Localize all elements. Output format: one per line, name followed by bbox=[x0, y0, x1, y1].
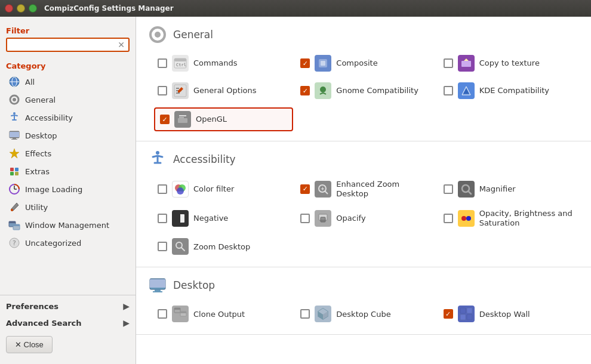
svg-text:+: + bbox=[321, 186, 325, 192]
svg-point-4 bbox=[13, 98, 16, 101]
plugin-opengl[interactable]: OpenGL bbox=[154, 107, 293, 131]
plugin-kde-compat[interactable]: KDE Compatibility bbox=[440, 80, 579, 101]
plugin-negative[interactable]: Negative bbox=[154, 206, 293, 230]
sidebar-bottom: Preferences ▶ Advanced Search ▶ ✕ Close bbox=[0, 295, 136, 358]
desktop-wall-icon bbox=[458, 306, 475, 322]
uncategorized-sidebar-icon: ? bbox=[8, 237, 20, 249]
negative-icon bbox=[172, 210, 189, 227]
copy-texture-label: Copy to texture bbox=[479, 58, 540, 68]
svg-rect-13 bbox=[10, 172, 14, 175]
preferences-link[interactable]: Preferences ▶ bbox=[0, 298, 136, 314]
svg-rect-87 bbox=[467, 314, 472, 320]
zoom-desktop-checkbox[interactable] bbox=[158, 242, 167, 251]
magnifier-checkbox[interactable] bbox=[444, 184, 453, 194]
main-content: General Ctrl Commands Composit bbox=[136, 17, 591, 364]
svg-rect-75 bbox=[153, 291, 162, 292]
maximize-button[interactable] bbox=[29, 4, 37, 13]
gnome-compat-checkbox[interactable] bbox=[300, 86, 310, 95]
plugin-clone-output[interactable]: Clone Output bbox=[154, 303, 293, 325]
svg-rect-20 bbox=[9, 221, 16, 223]
plugin-desktop-wall[interactable]: Desktop Wall bbox=[440, 303, 579, 325]
svg-rect-8 bbox=[13, 138, 16, 139]
accessibility-section-title: Accessibility bbox=[173, 153, 236, 165]
plugin-zoom-desktop[interactable]: Zoom Desktop bbox=[154, 236, 293, 257]
svg-rect-12 bbox=[15, 168, 19, 171]
opacity-brightness-checkbox[interactable] bbox=[444, 214, 453, 223]
plugin-opacity-brightness[interactable]: Opacity, Brightness and Saturation bbox=[440, 206, 579, 230]
utility-sidebar-icon bbox=[8, 201, 20, 213]
sidebar-item-utility[interactable]: Utility bbox=[0, 198, 136, 216]
negative-checkbox[interactable] bbox=[158, 214, 167, 223]
preferences-label: Preferences bbox=[6, 302, 59, 311]
category-label: Category bbox=[0, 58, 136, 73]
filter-input-wrap: ✕ bbox=[6, 38, 130, 52]
desktop-cube-icon bbox=[315, 306, 331, 322]
desktop-cube-checkbox[interactable] bbox=[300, 309, 310, 319]
kde-compat-label: KDE Compatibility bbox=[479, 86, 549, 95]
color-filter-label: Color filter bbox=[193, 184, 234, 194]
enhanced-zoom-checkbox[interactable] bbox=[300, 184, 310, 194]
general-section-header: General bbox=[148, 25, 579, 44]
plugin-copy-texture[interactable]: Copy to texture bbox=[440, 53, 579, 74]
sidebar-item-window-management[interactable]: Window Management bbox=[0, 216, 136, 234]
copy-texture-checkbox[interactable] bbox=[444, 58, 453, 68]
sidebar-item-uncategorized[interactable]: ? Uncategorized bbox=[0, 234, 136, 252]
composite-checkbox[interactable] bbox=[300, 58, 310, 68]
opacify-icon bbox=[315, 210, 331, 227]
desktop-section-header: Desktop bbox=[148, 276, 579, 295]
clone-output-icon bbox=[172, 306, 189, 322]
desktop-wall-checkbox[interactable] bbox=[444, 309, 453, 319]
filter-input[interactable] bbox=[10, 41, 116, 50]
sidebar-item-accessibility[interactable]: Accessibility bbox=[0, 109, 136, 127]
commands-checkbox[interactable] bbox=[158, 58, 167, 68]
svg-rect-9 bbox=[11, 139, 17, 140]
plugin-color-filter[interactable]: Color filter bbox=[154, 177, 293, 200]
svg-text:Ctrl: Ctrl bbox=[176, 63, 186, 67]
close-window-button[interactable] bbox=[5, 4, 13, 13]
close-button-label: ✕ Close bbox=[15, 340, 44, 349]
sidebar-item-general[interactable]: General bbox=[0, 91, 136, 109]
sidebar-item-effects-label: Effects bbox=[25, 149, 51, 158]
filter-clear-button[interactable]: ✕ bbox=[116, 40, 126, 50]
opengl-checkbox[interactable] bbox=[160, 115, 170, 124]
plugin-enhanced-zoom[interactable]: + Enhanced Zoom Desktop bbox=[297, 177, 436, 200]
opengl-label: OpenGL bbox=[196, 115, 227, 124]
commands-icon: Ctrl bbox=[172, 55, 189, 72]
sidebar-item-desktop[interactable]: Desktop bbox=[0, 127, 136, 144]
svg-point-5 bbox=[13, 112, 16, 115]
kde-compat-checkbox[interactable] bbox=[444, 86, 453, 95]
opengl-icon bbox=[174, 111, 191, 128]
plugin-general-options[interactable]: General Options bbox=[154, 80, 293, 101]
sidebar-item-all[interactable]: All bbox=[0, 73, 136, 91]
sidebar-item-image-loading-label: Image Loading bbox=[25, 185, 82, 194]
plugin-desktop-cube[interactable]: Desktop Cube bbox=[297, 303, 436, 325]
desktop-wall-label: Desktop Wall bbox=[479, 310, 530, 319]
sidebar-item-extras[interactable]: Extras bbox=[0, 162, 136, 180]
negative-label: Negative bbox=[193, 214, 228, 223]
svg-rect-77 bbox=[174, 308, 180, 310]
opacify-checkbox[interactable] bbox=[300, 214, 310, 223]
clone-output-checkbox[interactable] bbox=[158, 309, 167, 319]
plugin-commands[interactable]: Ctrl Commands bbox=[154, 53, 293, 74]
svg-rect-28 bbox=[174, 58, 186, 61]
plugin-magnifier[interactable]: Magnifier bbox=[440, 177, 579, 200]
filter-label: Filter bbox=[6, 26, 130, 35]
desktop-section-title: Desktop bbox=[173, 279, 215, 291]
sidebar-item-image-loading[interactable]: Image Loading bbox=[0, 180, 136, 198]
close-button[interactable]: ✕ Close bbox=[6, 336, 53, 353]
general-options-label: General Options bbox=[193, 86, 257, 95]
minimize-button[interactable] bbox=[17, 4, 25, 13]
general-options-checkbox[interactable] bbox=[158, 86, 167, 95]
plugin-opacify[interactable]: Opacify bbox=[297, 206, 436, 230]
advanced-search-label: Advanced Search bbox=[6, 319, 82, 328]
sidebar-item-general-label: General bbox=[25, 95, 56, 104]
zoom-desktop-label: Zoom Desktop bbox=[193, 242, 250, 252]
svg-rect-32 bbox=[321, 61, 325, 66]
plugin-composite[interactable]: Composite bbox=[297, 53, 436, 74]
advanced-search-link[interactable]: Advanced Search ▶ bbox=[0, 314, 136, 331]
opacify-label: Opacify bbox=[336, 214, 365, 223]
plugin-gnome-compat[interactable]: Gnome Compatibility bbox=[297, 80, 436, 101]
svg-rect-34 bbox=[461, 61, 471, 67]
sidebar-item-effects[interactable]: Effects bbox=[0, 144, 136, 162]
color-filter-checkbox[interactable] bbox=[158, 184, 167, 194]
